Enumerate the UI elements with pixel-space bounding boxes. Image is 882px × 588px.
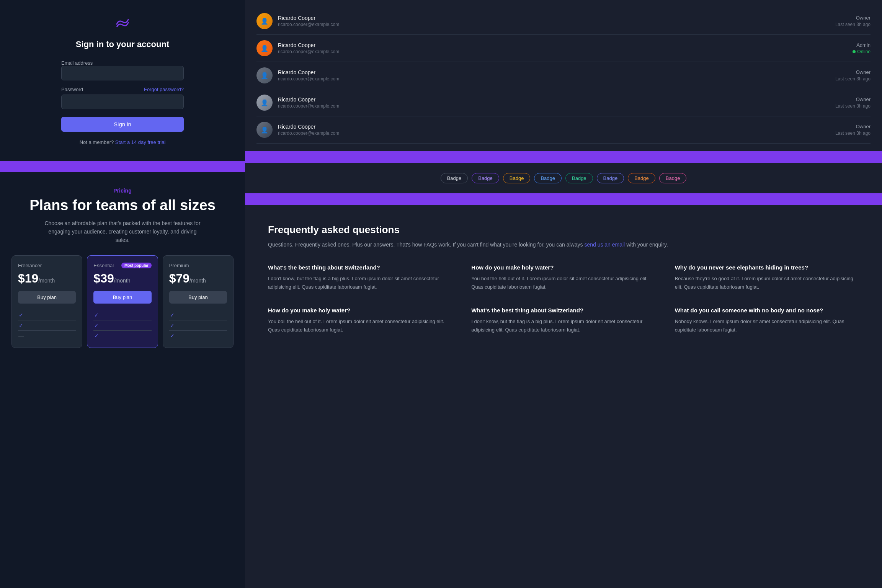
badge-5[interactable]: Badge [565, 173, 593, 183]
signin-title: Sign in to your account [76, 39, 169, 49]
popular-badge: Most popular [121, 263, 152, 268]
buy-freelancer-button[interactable]: Buy plan [18, 291, 76, 304]
right-purple-divider-2 [245, 193, 882, 205]
member-status: Last seen 3h ago [835, 131, 871, 136]
member-role: Owner [835, 124, 871, 129]
right-column: 👤 Ricardo Cooper ricardo.cooper@example.… [245, 0, 882, 588]
check-icon: ✓ [169, 312, 175, 318]
badges-section: Badge Badge Badge Badge Badge Badge Badg… [245, 163, 882, 193]
badge-6[interactable]: Badge [597, 173, 624, 183]
faq-email-link[interactable]: send us an email [584, 242, 625, 248]
badge-1[interactable]: Badge [441, 173, 468, 183]
feature-row: ✓ [93, 310, 151, 320]
plan-freelancer-features: ✓ ✓ — [18, 310, 76, 341]
plan-essential: Essential Most popular $39/month Buy pla… [87, 255, 158, 348]
avatar: 👤 [256, 95, 273, 111]
member-email: ricardo.cooper@example.com [278, 131, 835, 136]
plan-premium-name: Premium [169, 263, 189, 268]
member-status: Last seen 3h ago [835, 103, 871, 109]
member-row-1: 👤 Ricardo Cooper ricardo.cooper@example.… [256, 8, 871, 35]
member-meta: Owner Last seen 3h ago [835, 15, 871, 27]
check-icon: ✓ [93, 312, 100, 318]
badge-2[interactable]: Badge [472, 173, 499, 183]
faq-item-3: Why do you never see elephants hiding in… [675, 264, 859, 291]
signup-text-static: Not a member? [80, 139, 114, 145]
feature-row: ✓ [93, 330, 151, 341]
password-input[interactable] [61, 95, 184, 109]
avatar: 👤 [256, 13, 273, 29]
member-meta: Owner Last seen 3h ago [835, 69, 871, 82]
pricing-section: Pricing Plans for teams of all sizes Cho… [0, 172, 245, 588]
pricing-description: Choose an affordable plan that's packed … [42, 219, 203, 245]
logo [115, 16, 130, 30]
check-icon: ✓ [169, 322, 175, 328]
buy-essential-button[interactable]: Buy plan [93, 291, 151, 304]
faq-item-5: What's the best thing about Switzerland?… [471, 307, 655, 334]
member-name: Ricardo Cooper [278, 124, 835, 130]
check-icon: ✓ [18, 322, 24, 328]
email-label: Email address [61, 60, 184, 66]
member-row-5: 👤 Ricardo Cooper ricardo.cooper@example.… [256, 116, 871, 144]
feature-row: ✓ [169, 330, 227, 341]
faq-question-2: How do you make holy water? [471, 264, 655, 271]
feature-row: ✓ [18, 310, 76, 320]
plan-premium-features: ✓ ✓ ✓ [169, 310, 227, 341]
avatar: 👤 [256, 40, 273, 56]
member-row-3: 👤 Ricardo Cooper ricardo.cooper@example.… [256, 62, 871, 89]
feature-row: ✓ [169, 320, 227, 330]
member-email: ricardo.cooper@example.com [278, 22, 835, 27]
member-info: Ricardo Cooper ricardo.cooper@example.co… [278, 42, 853, 54]
faq-item-4: How do you make holy water? You boil the… [268, 307, 452, 334]
member-info: Ricardo Cooper ricardo.cooper@example.co… [278, 96, 835, 109]
member-status: Last seen 3h ago [835, 76, 871, 82]
faq-answer-1: I don't know, but the flag is a big plus… [268, 274, 452, 291]
member-meta: Owner Last seen 3h ago [835, 96, 871, 109]
pricing-title: Plans for teams of all sizes [11, 197, 234, 214]
plan-premium-price: $79/month [169, 271, 227, 286]
member-status: Online [853, 49, 871, 54]
plan-freelancer: Freelancer $19/month Buy plan ✓ ✓ — [11, 255, 82, 348]
members-section: 👤 Ricardo Cooper ricardo.cooper@example.… [245, 0, 882, 151]
email-group: Email address [61, 60, 184, 80]
member-role: Admin [853, 42, 871, 48]
faq-answer-3: Because they're so good at it. Lorem ips… [675, 274, 859, 291]
faq-question-5: What's the best thing about Switzerland? [471, 307, 655, 314]
online-indicator [853, 50, 856, 53]
avatar: 👤 [256, 67, 273, 83]
plan-essential-features: ✓ ✓ ✓ [93, 310, 151, 341]
member-email: ricardo.cooper@example.com [278, 49, 853, 54]
check-icon: ✓ [18, 312, 24, 318]
password-label: Password [61, 87, 83, 92]
forgot-password-link[interactable]: Forgot password? [144, 87, 184, 92]
faq-item-6: What do you call someone with no body an… [675, 307, 859, 334]
badge-8[interactable]: Badge [659, 173, 687, 183]
badge-3[interactable]: Badge [503, 173, 531, 183]
badge-4[interactable]: Badge [534, 173, 562, 183]
dash-icon: — [18, 333, 24, 339]
plan-freelancer-price: $19/month [18, 271, 76, 286]
plan-essential-price: $39/month [93, 271, 151, 286]
plan-freelancer-name: Freelancer [18, 263, 42, 268]
feature-row: ✓ [169, 310, 227, 320]
check-icon: ✓ [169, 333, 175, 339]
plan-essential-name: Essential [93, 263, 114, 268]
member-meta: Owner Last seen 3h ago [835, 124, 871, 136]
member-row-4: 👤 Ricardo Cooper ricardo.cooper@example.… [256, 89, 871, 116]
faq-answer-5: I don't know, but the flag is a big plus… [471, 317, 655, 334]
signup-prompt: Not a member? Start a 14 day free trial [80, 139, 166, 145]
member-role: Owner [835, 69, 871, 75]
feature-row: — [18, 330, 76, 341]
signin-section: Sign in to your account Email address Pa… [0, 0, 245, 161]
faq-answer-6: Nobody knows. Lorem ipsum dolor sit amet… [675, 317, 859, 334]
plans-grid: Freelancer $19/month Buy plan ✓ ✓ — [11, 255, 234, 348]
badge-7[interactable]: Badge [628, 173, 655, 183]
email-input[interactable] [61, 66, 184, 80]
feature-row: ✓ [18, 320, 76, 330]
faq-title: Frequently asked questions [268, 224, 859, 236]
feature-row: ✓ [93, 320, 151, 330]
faq-intro-suffix: with your enquiry. [626, 242, 668, 248]
buy-premium-button[interactable]: Buy plan [169, 291, 227, 304]
signup-link[interactable]: Start a 14 day free trial [115, 139, 166, 145]
signin-button[interactable]: Sign in [61, 117, 184, 132]
pricing-label: Pricing [11, 188, 234, 194]
